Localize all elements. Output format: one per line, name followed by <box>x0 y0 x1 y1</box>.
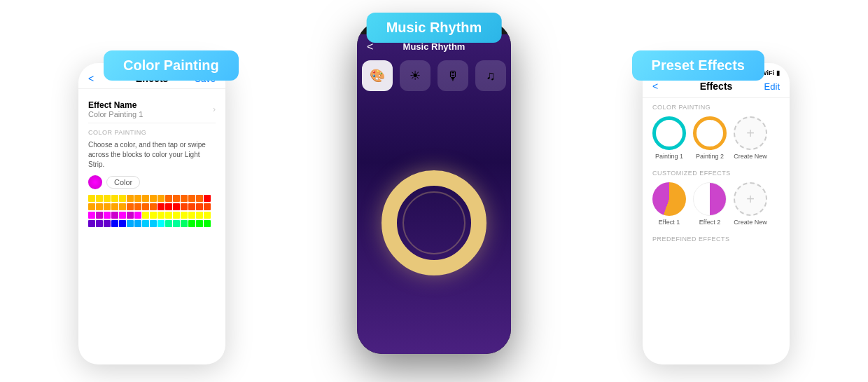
swatch-cell[interactable] <box>173 212 180 219</box>
color-button-label[interactable]: Color <box>106 176 140 189</box>
swatch-cell[interactable] <box>173 203 180 210</box>
center-screen: < Music Rhythm 🎨 ☀ 🎙 ♫ <box>357 34 511 354</box>
swatch-cell[interactable] <box>142 195 149 202</box>
swatch-cell[interactable] <box>88 212 95 219</box>
swatch-cell[interactable] <box>188 203 195 210</box>
effect-name-row[interactable]: Effect Name Color Painting 1 › <box>88 96 216 123</box>
swatch-cell[interactable] <box>173 220 180 227</box>
ring-outer <box>382 170 486 275</box>
swatch-cell[interactable] <box>158 220 164 227</box>
effect-item[interactable]: +Create New <box>734 116 767 160</box>
swatch-cell[interactable] <box>104 195 111 202</box>
effect-item[interactable]: Painting 2 <box>693 116 727 160</box>
swatch-cell[interactable] <box>127 212 134 219</box>
sun-btn[interactable]: ☀ <box>400 60 430 91</box>
swatch-cell[interactable] <box>104 220 111 227</box>
custom-effects-section: CUSTOMIZED EFFECTS <box>652 170 780 177</box>
swatch-cell[interactable] <box>142 220 149 227</box>
swatch-cell[interactable] <box>165 195 172 202</box>
swatch-cell[interactable] <box>104 212 111 219</box>
swatch-cell[interactable] <box>173 195 180 202</box>
swatch-cell[interactable] <box>119 212 126 219</box>
swatch-cell[interactable] <box>188 195 195 202</box>
swatch-cell[interactable] <box>96 195 103 202</box>
swatch-row[interactable] <box>88 203 216 210</box>
swatch-cell[interactable] <box>111 212 118 219</box>
swatch-cell[interactable] <box>165 203 172 210</box>
swatch-cell[interactable] <box>158 195 164 202</box>
swatch-cell[interactable] <box>127 203 134 210</box>
swatch-cell[interactable] <box>119 203 126 210</box>
swatch-cell[interactable] <box>196 195 203 202</box>
swatch-cell[interactable] <box>158 203 164 210</box>
color-badge-label: Color Painting <box>123 57 219 73</box>
swatch-row[interactable] <box>88 212 216 219</box>
effect-circle-create: + <box>734 116 767 150</box>
swatch-cell[interactable] <box>181 220 188 227</box>
color-button-row[interactable]: Color <box>88 175 216 189</box>
swatch-cell[interactable] <box>181 212 188 219</box>
right-edit-button[interactable]: Edit <box>764 81 780 92</box>
right-battery-icon: ▮ <box>776 69 780 76</box>
swatch-cell[interactable] <box>181 195 188 202</box>
preset-effects-badge: Preset Effects <box>632 50 764 81</box>
swatch-cell[interactable] <box>111 220 118 227</box>
swatch-cell[interactable] <box>142 203 149 210</box>
swatch-cell[interactable] <box>150 203 157 210</box>
color-painting-section: COLOR PAINTING <box>88 129 216 136</box>
swatch-cell[interactable] <box>96 203 103 210</box>
swatch-cell[interactable] <box>196 212 203 219</box>
swatch-cell[interactable] <box>204 195 211 202</box>
swatch-cell[interactable] <box>181 203 188 210</box>
swatch-cell[interactable] <box>96 212 103 219</box>
swatch-cell[interactable] <box>127 220 134 227</box>
right-back-button[interactable]: < <box>652 81 658 92</box>
effect-name-value: Color Painting 1 <box>88 110 143 118</box>
swatch-row[interactable] <box>88 195 216 202</box>
mic-btn[interactable]: 🎙 <box>438 60 468 91</box>
effect-item[interactable]: Painting 1 <box>652 116 686 160</box>
swatch-cell[interactable] <box>88 195 95 202</box>
chevron-right-icon: › <box>213 104 216 114</box>
swatch-cell[interactable] <box>119 220 126 227</box>
effect-item[interactable]: Effect 1 <box>652 182 686 226</box>
swatch-cell[interactable] <box>134 203 141 210</box>
swatch-cell[interactable] <box>119 195 126 202</box>
swatch-cell[interactable] <box>150 220 157 227</box>
swatch-cell[interactable] <box>111 203 118 210</box>
swatch-row[interactable] <box>88 220 216 227</box>
swatch-cell[interactable] <box>96 220 103 227</box>
swatch-cell[interactable] <box>134 195 141 202</box>
swatch-cell[interactable] <box>196 203 203 210</box>
swatch-cell[interactable] <box>142 212 149 219</box>
effect-item-label: Painting 1 <box>655 153 683 160</box>
right-phone-header: < Effects Edit <box>643 78 790 98</box>
effect-item-label: Effect 2 <box>699 219 720 226</box>
swatch-cell[interactable] <box>150 212 157 219</box>
effect-item-label: Create New <box>734 153 767 160</box>
swatch-cell[interactable] <box>196 220 203 227</box>
effect-item-label: Effect 1 <box>659 219 680 226</box>
swatch-cell[interactable] <box>204 203 211 210</box>
swatch-cell[interactable] <box>104 203 111 210</box>
swatch-cell[interactable] <box>165 220 172 227</box>
swatch-cell[interactable] <box>88 203 95 210</box>
spotify-btn[interactable]: ♫ <box>475 60 506 91</box>
swatch-cell[interactable] <box>111 195 118 202</box>
swatch-cell[interactable] <box>165 212 172 219</box>
swatch-cell[interactable] <box>127 195 134 202</box>
swatch-cell[interactable] <box>204 212 211 219</box>
swatch-cell[interactable] <box>188 212 195 219</box>
swatch-cell[interactable] <box>188 220 195 227</box>
swatch-cell[interactable] <box>134 220 141 227</box>
effect-item[interactable]: Effect 2 <box>693 182 727 226</box>
swatch-cell[interactable] <box>150 195 157 202</box>
description-text: Choose a color, and then tap or swipe ac… <box>88 140 216 170</box>
swatch-cell[interactable] <box>134 212 141 219</box>
swatch-cell[interactable] <box>88 220 95 227</box>
left-back-button[interactable]: < <box>88 73 94 84</box>
swatch-cell[interactable] <box>158 212 164 219</box>
effect-item[interactable]: +Create New <box>734 182 767 226</box>
swatch-cell[interactable] <box>204 220 211 227</box>
color-wheel-btn[interactable]: 🎨 <box>362 60 393 91</box>
